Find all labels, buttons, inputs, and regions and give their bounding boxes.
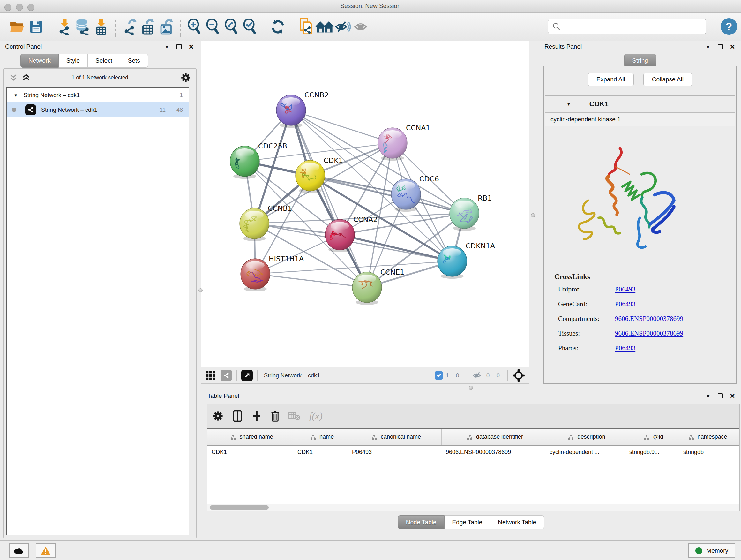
network-node-CCNA1[interactable]: CCNA1 [378,124,430,161]
crosslink-link[interactable]: P06493 [615,300,635,308]
crosslink-link[interactable]: P06493 [615,286,635,294]
column-type-icon [371,434,378,440]
network-node-CDKN1A[interactable]: CDKN1A [437,242,495,279]
help-button[interactable]: ? [721,18,737,35]
first-neighbors-button[interactable] [315,17,334,37]
tab-style[interactable]: Style [59,54,88,68]
maximize-panel-icon[interactable] [718,393,723,398]
tab-node-table[interactable]: Node Table [398,515,445,530]
network-row-selected[interactable]: String Network – cdk1 11 48 [7,103,189,117]
network-node-CDC25B[interactable]: CDC25B [230,142,287,179]
cell-shared-name[interactable]: CDK1 [207,445,293,459]
export-table-button[interactable] [138,17,157,37]
network-edge-CCNB2-CCNA1[interactable] [291,110,393,143]
memory-button[interactable]: Memory [688,543,735,558]
export-network-button[interactable] [120,17,138,37]
cell-id[interactable]: stringdb:9... [625,445,679,459]
float-panel-icon[interactable]: ▼ [704,43,712,50]
left-splitter-knob[interactable] [199,288,203,293]
float-panel-icon[interactable]: ▼ [704,392,712,399]
import-network-file-button[interactable] [55,17,73,37]
horizontal-splitter-knob[interactable] [469,386,473,390]
collapse-all-button[interactable]: Collapse All [643,73,692,86]
save-session-button[interactable] [27,17,45,37]
duplicate-network-button[interactable] [297,17,315,37]
table-options-gear-icon[interactable] [212,410,224,422]
toolbar-separator [50,17,51,37]
table-row[interactable]: CDK1 CDK1 P06493 9606.ENSP00000378699 cy… [207,445,740,459]
right-splitter-knob[interactable] [531,213,535,217]
network-view-mode-icon[interactable] [220,370,232,381]
column-header-name[interactable]: name [293,429,347,445]
selected-items-checkbox[interactable] [434,371,443,380]
network-node-CCNB2[interactable]: CCNB2 [276,91,329,128]
cell-database-identifier[interactable]: 9606.ENSP00000378699 [441,445,545,459]
cell-name[interactable]: CDK1 [293,445,347,459]
network-node-RB1[interactable]: RB1 [450,194,492,231]
column-header-canonical-name[interactable]: canonical name [347,429,441,445]
tab-network-table[interactable]: Network Table [490,515,544,530]
cell-namespace[interactable]: stringdb [679,445,740,459]
close-panel-icon[interactable]: × [188,43,195,50]
protein-name: CDK1 [590,100,609,108]
table-horizontal-scrollbar[interactable] [207,504,739,510]
close-panel-icon[interactable]: × [729,43,736,50]
float-panel-icon[interactable]: ▼ [163,43,171,50]
network-edge-CCNA2-CDKN1A[interactable] [340,235,452,261]
eye-slash-icon [334,20,352,34]
close-panel-icon[interactable]: × [729,392,736,399]
network-node-CCNA2[interactable]: CCNA2 [325,215,378,252]
zoom-in-button[interactable] [185,17,204,37]
tab-sets[interactable]: Sets [120,54,148,68]
export-image-button[interactable] [157,17,176,37]
hide-selected-button[interactable] [334,17,352,37]
expand-all-button[interactable]: Expand All [588,73,634,86]
zoom-fit-button[interactable] [222,17,241,37]
warnings-button[interactable] [36,543,56,558]
import-network-database-button[interactable] [73,17,92,37]
zoom-selected-button[interactable] [241,17,259,37]
add-column-icon[interactable] [251,410,262,422]
open-session-button[interactable] [8,17,27,37]
birds-eye-view-icon[interactable] [241,370,253,381]
crosslink-link[interactable]: P06493 [615,344,635,352]
apply-layout-button[interactable] [269,17,287,37]
protein-section-header[interactable]: ▼ CDK1 [545,96,735,112]
cell-description[interactable]: cyclin-dependent ... [545,445,625,459]
tab-select[interactable]: Select [88,54,120,68]
protein-section: ▼ CDK1 cyclin-dependent kinase 1 CrossLi… [545,96,735,376]
tab-edge-table[interactable]: Edge Table [445,515,490,530]
crosslink-link[interactable]: 9606.ENSP00000378699 [615,329,683,337]
network-collection-row[interactable]: ▼ String Network – cdk1 1 [7,88,189,103]
network-node-CDK1[interactable]: CDK1 [295,157,343,193]
cloud-status-button[interactable] [9,543,29,558]
network-edge-count: 48 [177,107,183,113]
network-edge-HIST1H1A-CCNE1[interactable] [255,274,367,287]
tab-network[interactable]: Network [20,54,59,68]
duplicate-network-icon [298,18,314,36]
show-all-button[interactable] [352,17,371,37]
grid-mode-icon[interactable] [205,370,216,381]
column-header-id[interactable]: @id [625,429,679,445]
column-header-shared-name[interactable]: shared name [207,429,293,445]
network-edge-CCNB2-RB1[interactable] [291,110,464,213]
column-header-description[interactable]: description [545,429,625,445]
network-view-canvas[interactable]: CCNB2CCNA1CDC25BCDK1CDC6RB1CCNB1CCNA2CDK… [201,41,529,367]
network-node-CCNE1[interactable]: CCNE1 [352,268,404,305]
tree-expander-icon[interactable]: ▼ [14,93,18,98]
section-expander-icon[interactable]: ▼ [566,102,571,107]
zoom-out-button[interactable] [204,17,222,37]
show-columns-icon[interactable] [232,410,243,422]
column-header-namespace[interactable]: namespace [679,429,740,445]
column-header-database-identifier[interactable]: database identifier [441,429,545,445]
delete-column-icon[interactable] [270,410,280,422]
cell-canonical-name[interactable]: P06493 [347,445,441,459]
scrollbar-thumb[interactable] [210,505,269,509]
maximize-panel-icon[interactable] [718,44,723,49]
maximize-panel-icon[interactable] [177,44,182,49]
network-node-label: CDK1 [324,157,343,165]
crosslink-link[interactable]: 9606.ENSP00000378699 [615,315,683,323]
search-input[interactable] [561,23,698,30]
pan-crosshair-icon[interactable] [512,369,525,382]
import-table-file-button[interactable] [92,17,111,37]
